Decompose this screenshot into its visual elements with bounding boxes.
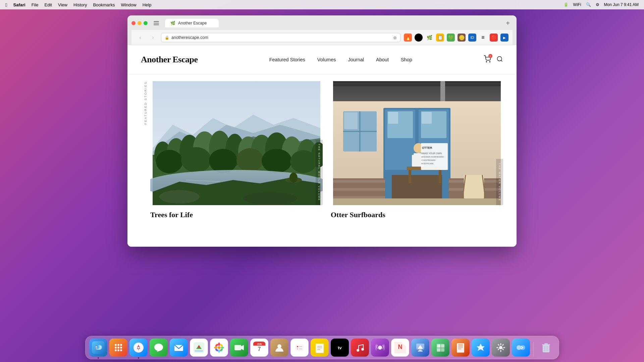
- svg-text:tv: tv: [338, 345, 342, 350]
- svg-point-96: [117, 349, 119, 351]
- site-header: Another Escape Featured Stories Volumes …: [127, 45, 517, 74]
- dock-safari[interactable]: [129, 339, 148, 357]
- svg-point-118: [219, 348, 223, 352]
- dock-maps[interactable]: [190, 339, 208, 357]
- close-button[interactable]: [131, 21, 136, 25]
- dock-messages[interactable]: [150, 339, 168, 357]
- cart-badge: 0: [488, 54, 492, 58]
- toolbar-icon-4[interactable]: 📋: [436, 34, 444, 42]
- nav-volumes[interactable]: Volumes: [317, 57, 336, 62]
- toolbar-icon-6[interactable]: 🪙: [458, 34, 466, 42]
- svg-point-112: [218, 349, 220, 353]
- dock-trash[interactable]: [537, 339, 555, 357]
- dock-sysprefs[interactable]: [492, 339, 510, 357]
- dock-calendar[interactable]: JUN 7: [250, 339, 268, 357]
- dock-photos[interactable]: [210, 339, 228, 357]
- search-icon[interactable]: [496, 56, 503, 64]
- svg-rect-66: [439, 170, 441, 183]
- dock-facetime[interactable]: [230, 339, 248, 357]
- dock-finder[interactable]: [89, 339, 107, 357]
- new-tab-button[interactable]: +: [503, 19, 513, 27]
- dock-news[interactable]: N: [391, 339, 409, 357]
- dock-music[interactable]: [351, 339, 369, 357]
- apple-menu[interactable]: : [5, 2, 7, 8]
- dock-podcasts[interactable]: [371, 339, 389, 357]
- back-button[interactable]: ‹: [136, 33, 145, 42]
- toolbar-icon-2[interactable]: ⬡: [415, 34, 423, 42]
- menu-history[interactable]: History: [73, 2, 87, 7]
- section-label: Featured Stories: [141, 74, 150, 219]
- story-image-wrap-2: OTTER MAKE YOUR OWN WOODEN SURFBOARD COA…: [331, 81, 503, 205]
- tab-title: Another Escape: [178, 21, 207, 25]
- svg-point-114: [221, 347, 224, 349]
- toolbar-icon-8[interactable]: ≡: [479, 34, 487, 42]
- dock-numbers[interactable]: [431, 339, 449, 357]
- dock-pages[interactable]: [451, 339, 470, 357]
- menu-edit[interactable]: Edit: [45, 2, 52, 7]
- svg-rect-164: [502, 344, 504, 346]
- svg-point-117: [215, 348, 218, 352]
- toolbar-icon-3[interactable]: 🌿: [425, 34, 433, 42]
- menu-help[interactable]: Help: [143, 2, 152, 7]
- svg-text:7: 7: [258, 346, 261, 352]
- svg-text:N: N: [398, 344, 402, 350]
- svg-point-2: [497, 57, 501, 61]
- dock-notes[interactable]: [311, 339, 329, 357]
- svg-point-1: [489, 61, 490, 62]
- dock-keynote[interactable]: [411, 339, 429, 357]
- nav-about[interactable]: About: [376, 57, 389, 62]
- dock-migration[interactable]: [512, 339, 530, 357]
- search-menubar-icon[interactable]: 🔍: [586, 2, 591, 7]
- control-center-icon[interactable]: ⚙: [596, 2, 599, 7]
- cart-icon[interactable]: 0: [484, 55, 491, 64]
- svg-rect-52: [333, 184, 385, 187]
- story-card-trees[interactable]: The Natural World Volume Trees for Life: [150, 81, 323, 219]
- header-icons: 0: [484, 55, 503, 64]
- dock-appletv[interactable]: tv: [331, 339, 349, 357]
- clock: Mon Jun 7 9:41 AM: [604, 2, 639, 7]
- story-card-otter[interactable]: OTTER MAKE YOUR OWN WOODEN SURFBOARD COA…: [331, 81, 503, 219]
- svg-point-97: [120, 349, 122, 351]
- dock-separator: [533, 342, 534, 357]
- svg-point-116: [219, 343, 223, 347]
- toolbar-icon-10[interactable]: ▶: [500, 34, 508, 42]
- address-bar[interactable]: 🔒 anotherescape.com ⊕: [161, 33, 400, 42]
- stories-grid: The Natural World Volume Trees for Life: [150, 74, 503, 219]
- menu-view[interactable]: View: [58, 2, 67, 7]
- toolbar-icon-1[interactable]: 🔥: [404, 34, 412, 42]
- site-logo[interactable]: Another Escape: [141, 55, 198, 65]
- dock-launchpad[interactable]: [109, 339, 127, 357]
- menu-window[interactable]: Window: [121, 2, 136, 7]
- svg-text:COASTBOARD: COASTBOARD: [421, 159, 436, 161]
- svg-point-86: [96, 346, 97, 348]
- dock-area: JUN 7: [0, 332, 644, 362]
- dock-appstore[interactable]: [472, 339, 490, 357]
- svg-rect-55: [333, 196, 385, 199]
- privacy-report-icon[interactable]: ⊕: [393, 35, 397, 40]
- menu-file[interactable]: File: [32, 2, 39, 7]
- sidebar-toggle[interactable]: [154, 21, 159, 25]
- main-content: Featured Stories: [127, 74, 517, 233]
- minimize-button[interactable]: [138, 21, 142, 25]
- svg-text:OTTER: OTTER: [422, 146, 432, 149]
- nav-shop[interactable]: Shop: [401, 57, 412, 62]
- svg-point-95: [115, 349, 117, 351]
- svg-rect-47: [388, 112, 398, 124]
- maximize-button[interactable]: [144, 21, 148, 25]
- nav-journal[interactable]: Journal: [348, 57, 364, 62]
- svg-point-24: [236, 148, 263, 172]
- svg-text:MAKE YOUR OWN: MAKE YOUR OWN: [421, 152, 442, 155]
- svg-rect-145: [419, 350, 422, 351]
- nav-featured-stories[interactable]: Featured Stories: [269, 57, 305, 62]
- dock-mail[interactable]: [170, 339, 188, 357]
- toolbar-icon-7[interactable]: ID: [468, 34, 476, 42]
- toolbar-icon-9[interactable]: 🔴: [490, 34, 498, 42]
- svg-rect-165: [497, 348, 499, 350]
- svg-point-90: [117, 344, 119, 346]
- active-tab[interactable]: 🌿 Another Escape: [165, 19, 219, 27]
- app-name: Safari: [13, 2, 25, 7]
- toolbar-icon-5[interactable]: 💚: [447, 34, 455, 42]
- dock-contacts[interactable]: [270, 339, 288, 357]
- menu-bookmarks[interactable]: Bookmarks: [93, 2, 115, 7]
- dock-reminders[interactable]: [290, 339, 309, 357]
